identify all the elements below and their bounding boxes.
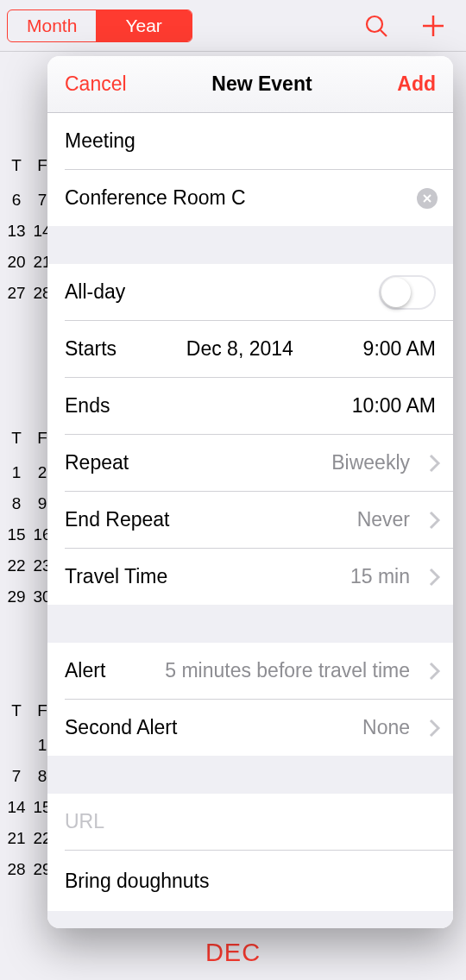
event-title-row[interactable]: [47, 113, 453, 169]
event-location-input[interactable]: [65, 186, 406, 210]
clear-location-icon[interactable]: [417, 188, 438, 209]
notes-row[interactable]: [47, 851, 453, 911]
search-icon[interactable]: [362, 12, 390, 40]
ends-time-value: 10:00 AM: [352, 394, 436, 418]
end-repeat-row[interactable]: End Repeat Never: [47, 492, 453, 548]
alert-row[interactable]: Alert 5 minutes before travel time: [47, 643, 453, 699]
second-alert-row[interactable]: Second Alert None: [47, 700, 453, 756]
starts-date-value: Dec 8, 2014: [116, 337, 363, 361]
cancel-button[interactable]: Cancel: [65, 72, 127, 96]
chevron-right-icon: [429, 511, 441, 530]
starts-time-value: 9:00 AM: [363, 337, 436, 361]
allday-row: All-day: [47, 264, 453, 320]
end-repeat-label: End Repeat: [65, 508, 169, 531]
repeat-label: Repeat: [65, 451, 129, 474]
url-input[interactable]: [65, 810, 406, 833]
starts-row[interactable]: Starts Dec 8, 2014 9:00 AM: [47, 321, 453, 377]
svg-point-0: [367, 16, 382, 32]
allday-label: All-day: [65, 280, 125, 304]
notes-input[interactable]: [65, 870, 406, 893]
second-alert-value: None: [362, 716, 410, 739]
allday-toggle[interactable]: [379, 275, 436, 310]
repeat-row[interactable]: Repeat Biweekly: [47, 435, 453, 491]
popover-title: New Event: [211, 72, 312, 96]
chevron-right-icon: [429, 454, 441, 473]
nav-bar: Month Year: [0, 0, 466, 52]
event-location-row[interactable]: [47, 170, 453, 226]
popover-body: All-day Starts Dec 8, 2014 9:00 AM Ends …: [47, 113, 453, 928]
chevron-right-icon: [429, 719, 441, 738]
add-button[interactable]: Add: [397, 72, 436, 96]
travel-time-label: Travel Time: [65, 565, 167, 588]
second-alert-label: Second Alert: [65, 716, 177, 739]
url-row[interactable]: [47, 794, 453, 850]
alert-label: Alert: [65, 659, 105, 682]
starts-label: Starts: [65, 337, 116, 361]
chevron-right-icon: [429, 568, 441, 587]
ends-label: Ends: [65, 394, 110, 418]
end-repeat-value: Never: [357, 508, 410, 531]
repeat-value: Biweekly: [331, 451, 410, 474]
seg-month[interactable]: Month: [8, 10, 96, 41]
travel-time-value: 15 min: [350, 565, 410, 588]
seg-year[interactable]: Year: [96, 10, 191, 41]
popover-header: Cancel New Event Add: [47, 56, 453, 113]
view-segmented-control[interactable]: Month Year: [7, 9, 192, 42]
month-footer-label: DEC: [205, 939, 261, 967]
travel-time-row[interactable]: Travel Time 15 min: [47, 549, 453, 605]
svg-line-1: [381, 30, 387, 36]
event-title-input[interactable]: [65, 129, 406, 153]
new-event-popover: Cancel New Event Add All-day: [47, 56, 453, 928]
add-icon[interactable]: [419, 12, 447, 40]
ends-row[interactable]: Ends 10:00 AM: [47, 378, 453, 434]
chevron-right-icon: [429, 662, 441, 681]
alert-value: 5 minutes before travel time: [165, 659, 410, 682]
